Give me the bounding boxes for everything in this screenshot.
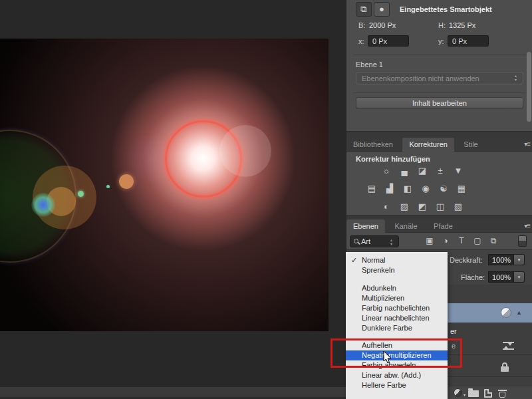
black-white-icon[interactable]: ◧ bbox=[400, 182, 416, 196]
tab-stile[interactable]: Stile bbox=[457, 138, 484, 152]
menu-item-linear-abw[interactable]: Linear abw. (Add.) bbox=[346, 370, 448, 380]
selective-color-icon[interactable]: ▧ bbox=[450, 200, 466, 213]
smart-object-icon[interactable]: ⧉ bbox=[356, 2, 372, 17]
threshold-icon[interactable]: ◩ bbox=[414, 200, 430, 213]
divider bbox=[353, 55, 526, 55]
lock-icon[interactable] bbox=[500, 362, 509, 372]
edit-content-button[interactable]: Inhalt bearbeiten bbox=[356, 97, 523, 109]
photo-filter-icon[interactable]: ◉ bbox=[418, 182, 434, 196]
tab-bibliotheken[interactable]: Bibliotheken bbox=[346, 138, 400, 152]
layer-filter-row: Art ▴▾ ▣ ◑ T ▢ ⧉ bbox=[346, 233, 532, 250]
menu-item-linear-nachbelichten[interactable]: Linear nachbelichten bbox=[346, 313, 448, 323]
flare-small-green-dot bbox=[106, 185, 110, 188]
vibrance-icon[interactable]: ▼ bbox=[450, 164, 466, 178]
width-label: B: bbox=[358, 21, 365, 29]
opacity-dropdown-arrow[interactable]: ▾ bbox=[514, 254, 525, 265]
tab-korrekturen[interactable]: Korrekturen bbox=[402, 138, 454, 152]
delete-layer-icon[interactable] bbox=[498, 389, 507, 398]
layer-name-label: Ebene 1 bbox=[356, 61, 383, 68]
flare-ghost-circle bbox=[219, 125, 271, 177]
tab-kanaele[interactable]: Kanäle bbox=[388, 219, 424, 233]
opacity-label: Deckkraft: bbox=[450, 256, 483, 264]
tab-pfade[interactable]: Pfade bbox=[427, 219, 460, 233]
adjustments-heading: Korrektur hinzufügen bbox=[356, 155, 430, 163]
smart-filter-disclosure-icon[interactable]: ▲ bbox=[516, 309, 522, 316]
adjustment-layer-badge-icon bbox=[501, 307, 511, 318]
invert-icon[interactable]: ◐ bbox=[378, 200, 394, 213]
panel-menu-icon[interactable]: ▾≡ bbox=[524, 140, 530, 148]
smart-filter-options-icon[interactable] bbox=[503, 342, 514, 350]
x-label: x: bbox=[358, 37, 364, 45]
channel-mixer-icon[interactable]: ☯ bbox=[436, 182, 452, 196]
layers-tabbar: Ebenen Kanäle Pfade ▾≡ bbox=[346, 219, 532, 233]
document-canvas[interactable] bbox=[0, 0, 346, 399]
document-scrollbar-area[interactable] bbox=[0, 387, 346, 397]
adjustments-tabbar: Bibliotheken Korrekturen Stile ▾≡ bbox=[346, 138, 532, 152]
brightness-contrast-icon[interactable]: ☼ bbox=[378, 164, 394, 178]
y-position-field[interactable]: 0 Px bbox=[448, 35, 489, 47]
fill-value-field[interactable]: 100% bbox=[488, 271, 514, 283]
filter-shape-layers-icon[interactable]: ▢ bbox=[471, 236, 483, 245]
new-layer-icon[interactable] bbox=[484, 389, 492, 398]
menu-item-dunklere-farbe[interactable]: Dunklere Farbe bbox=[346, 323, 448, 333]
opacity-value-field[interactable]: 100% bbox=[488, 254, 514, 265]
fill-label: Fläche: bbox=[461, 273, 485, 281]
mouse-cursor bbox=[383, 351, 392, 364]
filter-adjustment-layers-icon[interactable]: ◑ bbox=[440, 236, 452, 245]
blend-mode-menu: ✓ Normal Sprenkeln Abdunkeln Multiplizie… bbox=[346, 252, 448, 399]
y-label: y: bbox=[438, 37, 444, 45]
properties-scrollbar[interactable] bbox=[527, 52, 531, 122]
divider bbox=[353, 92, 526, 93]
flare-cyan-blue-artifact bbox=[31, 193, 55, 217]
menu-item-farbig-nachbelichten[interactable]: Farbig nachbelichten bbox=[346, 303, 448, 313]
color-balance-icon[interactable]: ▟ bbox=[382, 182, 398, 196]
menu-separator bbox=[346, 275, 448, 283]
filter-kind-value: Art bbox=[361, 237, 370, 245]
exposure-icon[interactable]: ± bbox=[432, 164, 448, 178]
width-value: 2000 Px bbox=[369, 21, 396, 29]
layer-name-fragment: er bbox=[450, 327, 457, 335]
posterize-icon[interactable]: ▨ bbox=[396, 200, 412, 213]
photoshop-window: ⧉ ● Eingebettetes Smartobjekt B: 2000 Px… bbox=[0, 0, 532, 399]
panel-title: Eingebettetes Smartobjekt bbox=[400, 5, 492, 13]
filter-toggle-switch[interactable] bbox=[518, 235, 527, 247]
x-position-field[interactable]: 0 Px bbox=[368, 35, 409, 47]
tab-ebenen[interactable]: Ebenen bbox=[346, 219, 385, 233]
menu-item-abdunkeln[interactable]: Abdunkeln bbox=[346, 283, 448, 293]
spinner-arrows-icon: ▴▾ bbox=[388, 238, 394, 246]
menu-item-normal[interactable]: ✓ Normal bbox=[346, 255, 448, 265]
layer-comp-value: Ebenenkomposition nicht anwenden bbox=[362, 74, 479, 82]
adjustment-caret-icon: ▾ bbox=[464, 392, 466, 397]
layer-comp-dropdown[interactable]: Ebenenkomposition nicht anwenden ▴▾ bbox=[356, 72, 523, 84]
properties-panel: ⧉ ● Eingebettetes Smartobjekt B: 2000 Px… bbox=[346, 0, 532, 132]
spinner-arrows-icon: ▴▾ bbox=[513, 74, 519, 82]
filter-pixel-layers-icon[interactable]: ▣ bbox=[424, 236, 436, 245]
panel-menu-icon[interactable]: ▾≡ bbox=[524, 222, 530, 229]
filter-kind-select[interactable]: Art ▴▾ bbox=[350, 235, 399, 247]
color-lookup-icon[interactable]: ▦ bbox=[454, 182, 469, 196]
filter-smart-objects-icon[interactable]: ⧉ bbox=[487, 236, 499, 245]
height-label: H: bbox=[438, 21, 446, 29]
menu-item-sprenkeln[interactable]: Sprenkeln bbox=[346, 265, 448, 275]
lens-flare-image[interactable] bbox=[0, 39, 329, 331]
search-icon bbox=[354, 239, 358, 243]
hue-saturation-icon[interactable]: ▤ bbox=[364, 182, 380, 196]
menu-item-hellere-farbe[interactable]: Hellere Farbe bbox=[346, 380, 448, 390]
height-value: 1325 Px bbox=[449, 21, 475, 29]
flare-green-dot bbox=[78, 191, 84, 197]
levels-icon[interactable]: ▄ bbox=[396, 164, 412, 178]
new-adjustment-layer-icon[interactable] bbox=[454, 388, 462, 397]
menu-item-multiplizieren[interactable]: Multiplizieren bbox=[346, 293, 448, 303]
curves-icon[interactable]: ◪ bbox=[414, 164, 430, 178]
red-highlight-annotation bbox=[331, 338, 462, 368]
new-group-icon[interactable] bbox=[468, 390, 479, 397]
fill-dropdown-arrow[interactable]: ▾ bbox=[514, 271, 525, 283]
gradient-map-icon[interactable]: ◫ bbox=[432, 200, 448, 213]
mask-icon[interactable]: ● bbox=[374, 2, 390, 17]
filter-type-layers-icon[interactable]: T bbox=[456, 236, 467, 245]
adjustments-panel: Bibliotheken Korrekturen Stile ▾≡ Korrek… bbox=[346, 138, 532, 215]
checkmark-icon: ✓ bbox=[351, 255, 357, 265]
